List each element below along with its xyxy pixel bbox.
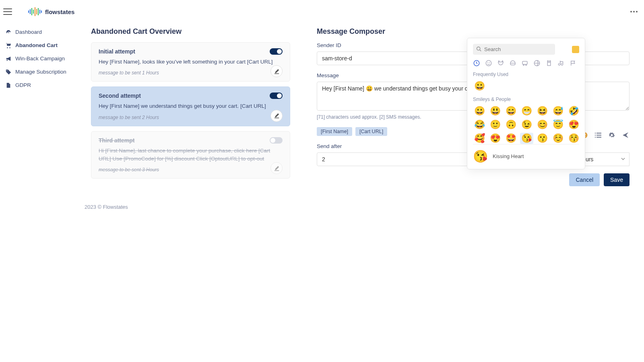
svg-rect-14 (595, 135, 596, 136)
gauge-icon (6, 29, 11, 35)
attempt-body: Hi [First Name], last chance to complete… (99, 147, 283, 163)
emoji-tab-travel[interactable] (521, 60, 528, 67)
sidebar-item-label: Abandoned Cart (15, 42, 58, 48)
gear-icon[interactable] (608, 131, 616, 139)
hamburger-icon[interactable] (3, 8, 12, 15)
more-menu-icon[interactable] (630, 11, 638, 12)
svg-rect-4 (35, 7, 35, 16)
emoji-item[interactable]: 🙂 (489, 119, 502, 130)
emoji-tab-animals[interactable] (497, 60, 504, 67)
emoji-preview-name: Kissing Heart (493, 153, 524, 159)
attempt-card-2[interactable]: Second attempt Hey [First Name] we under… (91, 86, 290, 126)
emoji-tab-symbols[interactable] (557, 60, 565, 67)
emoji-item[interactable]: 🤩 (504, 133, 518, 144)
edit-button (270, 162, 283, 174)
svg-rect-5 (36, 9, 37, 14)
sidebar-item-subscription[interactable]: Manage Subscription (4, 66, 76, 77)
attempt-card-1[interactable]: Initial attempt Hey [First Name], looks … (91, 42, 290, 82)
chip-firstname[interactable]: [First Name] (317, 127, 352, 136)
svg-rect-7 (39, 10, 40, 14)
sidebar-item-abandoned-cart[interactable]: Abandoned Cart (4, 40, 76, 51)
attempt-body: Hey [First Name] we understand things ge… (99, 102, 283, 110)
attempt-card-3[interactable]: Third attempt Hi [First Name], last chan… (91, 131, 290, 179)
emoji-tab-objects[interactable] (545, 60, 553, 67)
emoji-tab-flags[interactable] (570, 60, 577, 67)
svg-point-20 (486, 60, 491, 66)
emoji-search-input[interactable] (473, 44, 555, 55)
list-icon[interactable] (594, 131, 602, 139)
attempt-toggle[interactable] (270, 137, 283, 144)
file-icon (6, 82, 11, 88)
search-icon (476, 46, 481, 53)
emoji-preview-icon: 😘 (473, 149, 488, 163)
save-button[interactable]: Save (604, 173, 630, 186)
emoji-item[interactable]: 😇 (551, 119, 565, 130)
svg-point-25 (526, 64, 526, 65)
cancel-button[interactable]: Cancel (569, 173, 600, 186)
attempt-body: Hey [First Name], looks like you've left… (99, 58, 283, 66)
emoji-tab-food[interactable] (509, 60, 516, 67)
svg-point-22 (489, 62, 490, 63)
svg-rect-17 (597, 137, 601, 138)
attempt-toggle[interactable] (270, 93, 283, 99)
emoji-item[interactable]: 😅 (551, 105, 565, 117)
svg-rect-23 (522, 62, 527, 65)
emoji-item[interactable]: 😁 (520, 105, 533, 117)
svg-rect-16 (595, 137, 596, 138)
sidebar-item-gdpr[interactable]: GDPR (4, 80, 76, 90)
bullhorn-icon (6, 56, 11, 62)
send-icon[interactable] (621, 131, 630, 139)
emoji-tab-activities[interactable] (533, 60, 541, 67)
svg-rect-3 (33, 10, 34, 14)
emoji-item[interactable]: 😆 (536, 105, 549, 117)
attempt-title: Initial attempt (99, 48, 135, 55)
brand-logo[interactable]: flowstates (28, 7, 74, 16)
attempt-title: Third attempt (99, 137, 134, 144)
edit-button[interactable] (270, 110, 283, 122)
emoji-item[interactable]: 😀 (473, 80, 486, 92)
attempt-footer: message to be sent 2 Hours (99, 115, 283, 120)
svg-rect-12 (595, 133, 596, 134)
emoji-item[interactable]: 😚 (567, 133, 579, 144)
waveform-icon (28, 7, 43, 16)
svg-point-21 (487, 62, 488, 63)
emoji-item[interactable]: 😊 (536, 119, 549, 130)
attempt-toggle[interactable] (270, 48, 283, 55)
emoji-item[interactable]: ☺️ (551, 133, 565, 144)
svg-rect-15 (597, 135, 601, 136)
sidebar-item-dashboard[interactable]: Dashboard (4, 27, 76, 37)
emoji-item[interactable]: 😍 (489, 133, 502, 144)
emoji-item[interactable]: 😀 (473, 105, 486, 117)
composer-title: Message Composer (317, 27, 630, 36)
emoji-item[interactable]: 🥰 (473, 133, 486, 144)
sidebar-item-winback[interactable]: Win-Back Campaign (4, 53, 76, 64)
sidebar-item-label: GDPR (15, 82, 31, 88)
emoji-item[interactable]: 😍 (567, 119, 579, 130)
emoji-item[interactable]: 😃 (489, 105, 502, 117)
emoji-item[interactable]: 🤣 (567, 105, 579, 117)
emoji-item[interactable]: 🙃 (504, 119, 518, 130)
sidebar-item-label: Manage Subscription (15, 69, 66, 75)
emoji-section-smileys: Smileys & People (473, 97, 578, 102)
emoji-item[interactable]: 😗 (536, 133, 549, 144)
chip-carturl[interactable]: [Cart URL] (355, 127, 387, 136)
svg-rect-6 (38, 8, 39, 15)
svg-rect-1 (30, 9, 31, 14)
emoji-picker: Frequently Used 😀 Smileys & People 😀 😃 😄… (467, 38, 585, 169)
emoji-tab-smileys[interactable] (485, 60, 492, 67)
emoji-skin-tone[interactable] (572, 46, 579, 53)
attempt-footer: message to be sent 1 Hours (99, 70, 283, 76)
sidebar: Dashboard Abandoned Cart Win-Back Campai… (0, 19, 76, 194)
composer-panel: Message Composer Sender ID Message Hey [… (309, 19, 638, 194)
emoji-item[interactable]: 😘 (520, 133, 533, 144)
emoji-item[interactable]: 😄 (504, 105, 518, 117)
svg-rect-13 (597, 133, 601, 134)
attempt-footer: message to be sent 3 Hours (99, 167, 283, 173)
sidebar-item-label: Win-Back Campaign (15, 56, 65, 62)
page-footer: 2023 © Flowstates (0, 194, 644, 220)
cart-icon (6, 43, 11, 48)
emoji-item[interactable]: 😂 (473, 119, 486, 130)
svg-point-18 (477, 47, 480, 50)
emoji-tab-recent[interactable] (473, 60, 480, 67)
emoji-item[interactable]: 😉 (520, 119, 533, 130)
